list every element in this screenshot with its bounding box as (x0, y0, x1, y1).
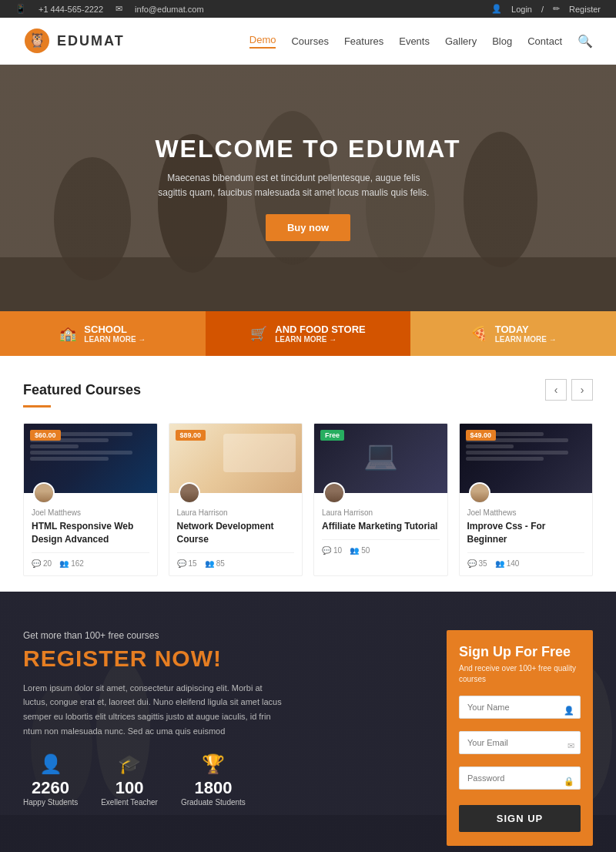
section-header: Featured Courses ‹ › (23, 379, 593, 401)
school-link[interactable]: Learn More → (84, 335, 146, 344)
top-bar-left: 📱 +1 444-565-2222 ✉ info@edumat.com (15, 4, 204, 14)
nav-features[interactable]: Features (344, 35, 383, 47)
comment-icon-3: 💬 10 (322, 546, 342, 555)
course-meta-2: 💬 15 👥 85 (177, 552, 295, 568)
edit-icon: ✏ (553, 4, 560, 14)
store-title: And Food Store (275, 324, 366, 335)
banner-food-store[interactable]: 🛒 And Food Store Learn More → (206, 311, 411, 356)
search-icon[interactable]: 🔍 (578, 34, 593, 49)
register-left: Get more than 100+ free courses REGISTER… (23, 630, 416, 807)
course-card-4[interactable]: $49.00 Joel Matthews Improve Css - For B… (459, 423, 594, 576)
store-link[interactable]: Learn More → (275, 335, 366, 344)
svg-point-7 (464, 132, 537, 267)
banner-school[interactable]: 🏫 School Learn More → (0, 311, 206, 356)
phone-number: +1 444-565-2222 (38, 5, 103, 14)
comment-icon-2: 💬 15 (177, 559, 197, 568)
course-author-2: Laura Harrison (177, 508, 295, 517)
stat-graduates-label: Graduate Students (181, 798, 246, 807)
stat-teachers-number: 100 (101, 778, 158, 798)
today-title: Today (495, 324, 557, 335)
name-input[interactable] (459, 696, 581, 719)
course-info-4: Joel Matthews Improve Css - For Beginner… (460, 493, 593, 575)
nav-blog[interactable]: Blog (492, 35, 512, 47)
hero-content: WELCOME TO EDUMAT Maecenas bibendum est … (155, 135, 460, 241)
course-meta-3: 💬 10 👥 50 (322, 539, 440, 555)
email-input-icon: ✉ (567, 740, 574, 750)
svg-text:🦉: 🦉 (28, 32, 46, 49)
register-link[interactable]: Register (569, 5, 601, 14)
stat-students-number: 2260 (23, 778, 78, 798)
nav-contact[interactable]: Contact (527, 35, 562, 47)
hero-description: Maecenas bibendum est et tincidunt pelle… (155, 171, 432, 200)
student-icon-3: 👥 50 (350, 546, 370, 555)
stat-students: 👤 2260 Happy Students (23, 753, 78, 807)
banner-today[interactable]: 🍕 Today Learn More → (410, 311, 616, 356)
stat-teachers: 🎓 100 Exellent Teacher (101, 753, 158, 807)
course-card-1[interactable]: $60.00 Joel Matthews HTML Responsive Web… (23, 423, 158, 576)
email-icon: ✉ (116, 4, 122, 14)
nav: Demo Courses Features Events Gallery Blo… (249, 34, 593, 49)
next-arrow[interactable]: › (571, 379, 593, 401)
email-address: info@edumat.com (135, 5, 203, 14)
today-link[interactable]: Learn More → (495, 335, 557, 344)
logo[interactable]: 🦉 EDUMAT (23, 27, 125, 55)
price-badge-1: $60.00 (30, 430, 61, 441)
comment-icon-1: 💬 20 (32, 559, 52, 568)
author-avatar-4 (469, 482, 490, 504)
banner-store-text: And Food Store Learn More → (275, 324, 366, 344)
signup-panel: Sign Up For Free And receive over 100+ f… (447, 630, 593, 846)
course-title-3: Affiliate Marketing Tutorial (322, 520, 440, 533)
name-input-wrapper: 👤 (459, 696, 581, 725)
banner-strips: 🏫 School Learn More → 🛒 And Food Store L… (0, 311, 616, 356)
course-thumb-1: $60.00 (24, 424, 157, 493)
student-icon-1: 👥 162 (59, 559, 84, 568)
top-bar: 📱 +1 444-565-2222 ✉ info@edumat.com 👤 Lo… (0, 0, 616, 18)
buy-now-button[interactable]: Buy now (266, 214, 350, 241)
section-title: Featured Courses (23, 382, 141, 398)
stat-teachers-label: Exellent Teacher (101, 798, 158, 807)
hero-section: WELCOME TO EDUMAT Maecenas bibendum est … (0, 65, 616, 311)
banner-school-text: School Learn More → (84, 324, 146, 344)
course-title-1: HTML Responsive Web Design Advanced (32, 520, 149, 546)
courses-grid: $60.00 Joel Matthews HTML Responsive Web… (23, 423, 593, 576)
course-author-1: Joel Matthews (32, 508, 149, 517)
course-card-3[interactable]: 💻 Free Laura Harrison Affiliate Marketin… (313, 423, 448, 576)
graduates-icon: 🏆 (181, 753, 246, 775)
signup-button[interactable]: Sign Up (459, 805, 581, 832)
nav-demo[interactable]: Demo (249, 34, 276, 49)
course-thumb-4: $49.00 (460, 424, 593, 493)
course-title-4: Improve Css - For Beginner (467, 520, 585, 546)
stat-graduates: 🏆 1800 Graduate Students (181, 753, 246, 807)
course-thumb-3: 💻 Free (314, 424, 447, 493)
login-link[interactable]: Login (511, 5, 532, 14)
course-title-2: Network Development Course (177, 520, 295, 546)
signup-subtitle: And receive over 100+ free quality cours… (459, 663, 581, 685)
today-icon: 🍕 (470, 325, 487, 342)
course-author-3: Laura Harrison (322, 508, 440, 517)
students-icon: 👤 (23, 753, 78, 775)
price-badge-4: $49.00 (466, 430, 497, 441)
user-icon: 👤 (491, 4, 502, 14)
student-icon-2: 👥 85 (205, 559, 225, 568)
nav-gallery[interactable]: Gallery (445, 35, 477, 47)
password-input[interactable] (459, 766, 581, 790)
course-author-4: Joel Matthews (467, 508, 585, 517)
email-input[interactable] (459, 731, 581, 754)
top-bar-right: 👤 Login / ✏ Register (491, 4, 601, 14)
email-input-wrapper: ✉ (459, 731, 581, 760)
prev-arrow[interactable]: ‹ (545, 379, 567, 401)
course-meta-4: 💬 35 👥 140 (467, 552, 585, 568)
stat-students-label: Happy Students (23, 798, 78, 807)
price-badge-3: Free (320, 430, 344, 441)
course-card-2[interactable]: $89.00 Laura Harrison Network Developmen… (169, 423, 303, 576)
header: 🦉 EDUMAT Demo Courses Features Events Ga… (0, 18, 616, 65)
nav-events[interactable]: Events (399, 35, 430, 47)
logo-icon: 🦉 (23, 27, 51, 55)
nav-courses[interactable]: Courses (291, 35, 328, 47)
course-thumb-2: $89.00 (169, 424, 303, 493)
divider: / (541, 5, 544, 14)
phone-icon: 📱 (15, 4, 26, 14)
store-icon: 🛒 (250, 325, 267, 342)
price-badge-2: $89.00 (176, 430, 206, 441)
password-input-wrapper: 🔒 (459, 766, 581, 796)
